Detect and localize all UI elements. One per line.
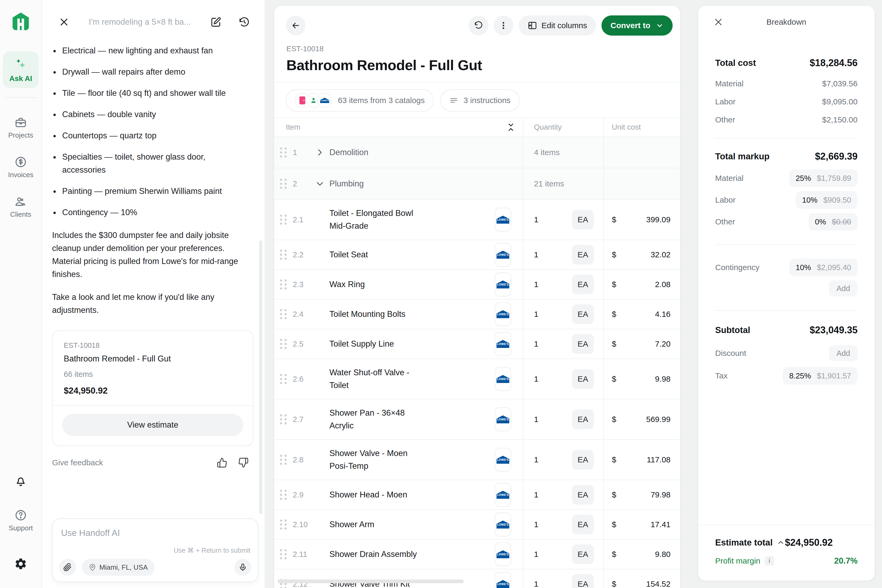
table-item-row[interactable]: 2.6 Water Shut-off Valve -Toilet LOWE'S … bbox=[274, 359, 680, 399]
item-quantity[interactable]: 1 bbox=[534, 520, 538, 529]
instructions-chip[interactable]: 3 instructions bbox=[440, 89, 520, 111]
unit-chip[interactable]: EA bbox=[572, 410, 594, 429]
lowes-vendor-badge[interactable]: LOWE'S bbox=[495, 243, 511, 267]
item-quantity[interactable]: 1 bbox=[534, 310, 538, 319]
table-item-row[interactable]: 2.1 Toilet - Elongated BowlMid-Grade LOW… bbox=[274, 200, 680, 240]
table-item-row[interactable]: 2.2 Toilet Seat LOWE'S 1 EA $ 32.02 bbox=[274, 240, 680, 270]
info-icon[interactable]: i bbox=[765, 556, 774, 566]
unit-chip[interactable]: EA bbox=[572, 334, 594, 354]
table-group-row[interactable]: 2 Plumbing 21 items bbox=[274, 168, 680, 200]
unit-chip[interactable]: EA bbox=[572, 574, 594, 588]
collapse-all-icon[interactable] bbox=[506, 123, 515, 132]
thumbs-up-icon[interactable] bbox=[217, 458, 227, 468]
item-quantity[interactable]: 1 bbox=[534, 579, 538, 588]
item-quantity[interactable]: 1 bbox=[534, 280, 538, 289]
view-estimate-button[interactable]: View estimate bbox=[62, 414, 243, 436]
unit-chip[interactable]: EA bbox=[572, 485, 594, 505]
table-item-row[interactable]: 2.11 Shower Drain Assembly LOWE'S 1 EA $… bbox=[274, 540, 680, 569]
unit-cost-value[interactable]: 9.98 bbox=[655, 375, 670, 384]
contingency-pill[interactable]: 10% $2,095.40 bbox=[789, 259, 858, 276]
drag-handle-icon[interactable] bbox=[280, 309, 287, 319]
lowes-vendor-badge[interactable]: LOWE'S bbox=[495, 513, 511, 537]
unit-chip[interactable]: EA bbox=[572, 369, 594, 389]
catalogs-chip[interactable]: LOWE'S 63 items from 3 catalogs bbox=[286, 89, 434, 111]
unit-cost-value[interactable]: 154.52 bbox=[646, 579, 670, 588]
sidebar-item-clients[interactable]: Clients bbox=[10, 195, 31, 219]
drag-handle-icon[interactable] bbox=[280, 250, 287, 260]
drag-handle-icon[interactable] bbox=[280, 374, 287, 384]
item-quantity[interactable]: 1 bbox=[534, 490, 538, 499]
chevron-down-icon[interactable] bbox=[315, 179, 325, 189]
table-group-row[interactable]: 1 Demolition 4 items bbox=[274, 137, 680, 168]
item-quantity[interactable]: 1 bbox=[534, 339, 538, 348]
convert-to-button[interactable]: Convert to bbox=[602, 15, 673, 36]
unit-chip[interactable]: EA bbox=[572, 544, 594, 564]
unit-cost-value[interactable]: 32.02 bbox=[651, 250, 670, 259]
close-icon[interactable] bbox=[714, 17, 723, 27]
sidebar-item-invoices[interactable]: Invoices bbox=[8, 156, 33, 179]
markup-labor-pill[interactable]: 10% $909.50 bbox=[796, 191, 858, 209]
microphone-button[interactable] bbox=[234, 559, 251, 576]
lowes-vendor-badge[interactable]: LOWE'S bbox=[495, 208, 511, 232]
table-item-row[interactable]: 2.10 Shower Arm LOWE'S 1 EA $ 17.41 bbox=[274, 510, 680, 540]
item-quantity[interactable]: 1 bbox=[534, 375, 538, 384]
unit-cost-value[interactable]: 117.08 bbox=[646, 455, 670, 464]
sidebar-item-projects[interactable]: Projects bbox=[8, 116, 33, 140]
lowes-vendor-badge[interactable]: LOWE'S bbox=[495, 332, 511, 356]
chevron-right-icon[interactable] bbox=[315, 148, 325, 157]
drag-handle-icon[interactable] bbox=[280, 339, 287, 349]
unit-chip[interactable]: EA bbox=[572, 515, 594, 534]
unit-cost-value[interactable]: 7.20 bbox=[655, 339, 670, 348]
table-item-row[interactable]: 2.4 Toilet Mounting Bolts LOWE'S 1 EA $ … bbox=[274, 300, 680, 329]
sidebar-item-ask-ai[interactable]: Ask AI bbox=[3, 51, 39, 88]
lowes-vendor-badge[interactable]: LOWE'S bbox=[495, 572, 511, 588]
contingency-add-button[interactable]: Add bbox=[829, 280, 858, 296]
drag-handle-icon[interactable] bbox=[280, 519, 287, 530]
drag-handle-icon[interactable] bbox=[280, 214, 287, 225]
drag-handle-icon[interactable] bbox=[280, 279, 287, 290]
table-item-row[interactable]: 2.7 Shower Pan - 36×48Acrylic LOWE'S 1 E… bbox=[274, 399, 680, 440]
table-item-row[interactable]: 2.3 Wax Ring LOWE'S 1 EA $ 2.08 bbox=[274, 270, 680, 300]
chat-input-box[interactable]: Use Handoff AI Use ⌘ + Return to submit … bbox=[52, 518, 258, 582]
unit-cost-value[interactable]: 569.99 bbox=[646, 415, 670, 424]
lowes-vendor-badge[interactable]: LOWE'S bbox=[495, 367, 511, 391]
chat-scrollbar[interactable] bbox=[259, 240, 262, 514]
markup-material-pill[interactable]: 25% $1,759.89 bbox=[789, 170, 858, 187]
unit-cost-value[interactable]: 2.08 bbox=[655, 280, 670, 289]
drag-handle-icon[interactable] bbox=[280, 147, 287, 158]
tax-pill[interactable]: 8.25% $1,901.57 bbox=[783, 367, 858, 385]
unit-chip[interactable]: EA bbox=[572, 210, 594, 230]
table-item-row[interactable]: 2.12 Shower Valve Trim Kit LOWE'S 1 EA $… bbox=[274, 569, 680, 588]
unit-chip[interactable]: EA bbox=[572, 450, 594, 470]
lowes-vendor-badge[interactable]: LOWE'S bbox=[495, 273, 511, 296]
item-quantity[interactable]: 1 bbox=[534, 455, 538, 464]
drag-handle-icon[interactable] bbox=[280, 179, 287, 189]
back-button[interactable] bbox=[286, 16, 306, 35]
chevron-up-icon[interactable] bbox=[777, 538, 785, 547]
unit-cost-value[interactable]: 9.80 bbox=[655, 550, 670, 559]
location-chip[interactable]: Miami, FL, USA bbox=[82, 559, 154, 576]
unit-cost-value[interactable]: 399.09 bbox=[646, 215, 670, 224]
table-horizontal-scrollbar[interactable] bbox=[278, 579, 464, 583]
table-item-row[interactable]: 2.8 Shower Valve - MoenPosi-Temp LOWE'S … bbox=[274, 440, 680, 480]
lowes-vendor-badge[interactable]: LOWE'S bbox=[495, 448, 511, 472]
unit-cost-value[interactable]: 4.16 bbox=[655, 310, 670, 319]
drag-handle-icon[interactable] bbox=[280, 490, 287, 500]
lowes-vendor-badge[interactable]: LOWE'S bbox=[495, 302, 511, 326]
drag-handle-icon[interactable] bbox=[280, 454, 287, 465]
item-quantity[interactable]: 1 bbox=[534, 215, 538, 224]
sidebar-item-support[interactable]: Support bbox=[9, 509, 33, 532]
drag-handle-icon[interactable] bbox=[280, 549, 287, 560]
undo-button[interactable] bbox=[469, 16, 488, 35]
settings-gear-icon[interactable] bbox=[14, 557, 27, 570]
notifications-bell-icon[interactable] bbox=[14, 475, 27, 488]
attach-paperclip-button[interactable] bbox=[59, 559, 76, 576]
more-options-kebab-button[interactable] bbox=[494, 16, 513, 35]
handoff-logo-icon[interactable] bbox=[10, 11, 32, 32]
thumbs-down-icon[interactable] bbox=[238, 458, 249, 468]
lowes-vendor-badge[interactable]: LOWE'S bbox=[495, 542, 511, 566]
item-quantity[interactable]: 1 bbox=[534, 550, 538, 559]
markup-other-pill[interactable]: 0% $0.00 bbox=[808, 213, 858, 231]
unit-chip[interactable]: EA bbox=[572, 274, 594, 294]
lowes-vendor-badge[interactable]: LOWE'S bbox=[495, 483, 511, 507]
